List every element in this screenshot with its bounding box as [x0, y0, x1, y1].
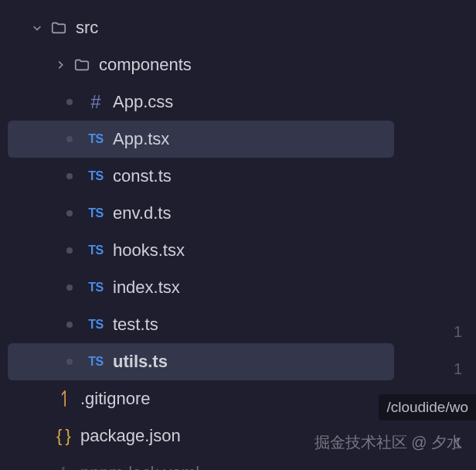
line-number: 1: [454, 350, 462, 387]
chevron-down-icon: [31, 22, 43, 34]
typescript-icon: TS: [87, 352, 105, 371]
file-app-tsx[interactable]: TS App.tsx: [8, 121, 394, 158]
typescript-icon: TS: [87, 204, 105, 223]
path-tooltip: /cloudide/wo: [379, 394, 476, 421]
folder-components[interactable]: components: [8, 46, 394, 83]
folder-open-icon: [49, 19, 68, 37]
file-label: index.tsx: [113, 278, 180, 298]
file-app-css[interactable]: # App.css: [8, 83, 394, 121]
file-label: pnpm-lock.yaml: [80, 463, 199, 470]
bullet-icon: [66, 359, 73, 365]
file-env-d-ts[interactable]: TS env.d.ts: [8, 195, 394, 232]
file-const-ts[interactable]: TS const.ts: [8, 158, 394, 195]
chevron-right-icon: [54, 59, 66, 71]
watermark-text: 掘金技术社区 @ 夕水: [314, 432, 462, 453]
file-label: App.css: [113, 92, 173, 112]
typescript-icon: TS: [87, 241, 105, 260]
git-icon: ᛐ: [54, 390, 73, 408]
typescript-icon: TS: [87, 130, 105, 148]
folder-label: components: [99, 55, 192, 75]
folder-src[interactable]: src: [8, 9, 394, 46]
css-icon: #: [87, 93, 105, 111]
bullet-icon: [66, 173, 73, 179]
file-utils-ts[interactable]: TS utils.ts: [8, 343, 394, 380]
file-hooks-tsx[interactable]: TS hooks.tsx: [8, 232, 394, 269]
bullet-icon: [66, 99, 73, 105]
file-label: test.ts: [113, 315, 158, 335]
folder-label: src: [76, 18, 98, 38]
file-label: hooks.tsx: [113, 240, 185, 261]
file-pnpm-lock[interactable]: ! pnpm-lock.yaml: [8, 455, 394, 470]
file-label: App.tsx: [113, 129, 169, 149]
typescript-icon: TS: [87, 167, 105, 186]
file-index-tsx[interactable]: TS index.tsx: [8, 269, 394, 306]
typescript-icon: TS: [87, 315, 105, 334]
file-label: env.d.ts: [113, 203, 171, 223]
file-label: const.ts: [113, 166, 172, 186]
file-label: .gitignore: [80, 389, 151, 409]
file-test-ts[interactable]: TS test.ts: [8, 306, 394, 343]
file-gitignore[interactable]: ᛐ .gitignore: [8, 380, 394, 417]
bullet-icon: [66, 136, 73, 142]
file-explorer-tree: src components # App.css TS App.tsx TS c…: [0, 0, 402, 470]
bullet-icon: [66, 210, 73, 216]
bullet-icon: [66, 322, 73, 328]
typescript-icon: TS: [87, 278, 105, 297]
folder-icon: [73, 56, 91, 74]
bullet-icon: [66, 247, 73, 254]
file-label: utils.ts: [113, 352, 168, 372]
json-icon: { }: [54, 427, 73, 445]
bullet-icon: [66, 284, 73, 291]
file-label: package.json: [80, 426, 181, 446]
yaml-icon: !: [54, 464, 73, 470]
line-number: 1: [454, 313, 462, 350]
